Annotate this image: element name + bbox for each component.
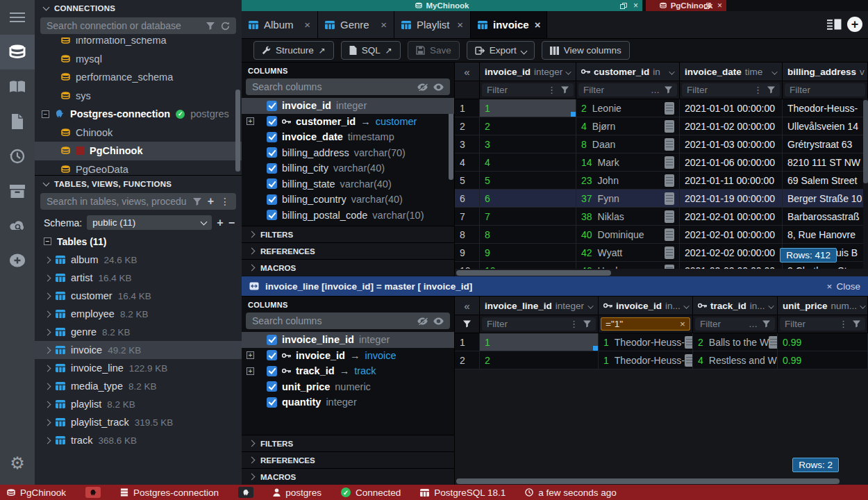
cell-customer-id[interactable]: 37Fynn	[576, 190, 680, 207]
table-item-media_type[interactable]: media_type8.2 KB	[35, 377, 242, 395]
invoice-line-column-invoice_id[interactable]: +invoice_id→invoice	[242, 348, 454, 364]
filter-icon[interactable]	[193, 198, 201, 206]
eye-off-icon[interactable]	[417, 317, 428, 325]
filter-input-invoice_date[interactable]: Filter⋮	[682, 83, 780, 97]
cell-invoice-id[interactable]: 7	[480, 208, 576, 225]
kebab-menu-icon[interactable]: ⋮	[839, 319, 848, 329]
chevron-right-icon[interactable]	[44, 401, 51, 408]
filter-input-invoice_line_id[interactable]: Filter⋮	[482, 317, 596, 331]
chevron-right-icon[interactable]	[44, 328, 51, 335]
expand-icon[interactable]: +	[247, 367, 254, 375]
connection-item-PgChinook[interactable]: PgChinook	[35, 142, 242, 160]
cell-invoice-line-id[interactable]: 2	[480, 351, 599, 369]
document-cell-icon[interactable]	[665, 247, 674, 259]
tab-list-panel-icon[interactable]	[827, 19, 842, 30]
checkbox-checked-icon[interactable]	[267, 210, 277, 220]
window-icon[interactable]	[620, 3, 627, 9]
rail-item-archive[interactable]	[0, 174, 35, 208]
collapse-columns-button[interactable]: «	[455, 297, 480, 315]
rail-item-add[interactable]	[0, 243, 35, 278]
chevron-down-icon[interactable]	[566, 69, 571, 74]
close-icon[interactable]: ×	[717, 1, 722, 10]
tab-album[interactable]: Album ×	[242, 11, 318, 38]
cell-invoice-date[interactable]: 2021-02-01 00:00:00	[680, 208, 783, 225]
cell-invoice-id[interactable]: 6	[480, 190, 576, 207]
chevron-right-icon[interactable]	[44, 274, 51, 281]
view-columns-button[interactable]: View columns	[542, 41, 630, 60]
document-cell-icon[interactable]	[665, 156, 674, 169]
tables-search[interactable]: Search in tables, views, procedures + ⋮	[40, 193, 236, 210]
chevron-right-icon[interactable]	[44, 310, 51, 317]
tab-group-pgchinook[interactable]: PgChinook ×	[646, 0, 726, 11]
table-item-invoice[interactable]: invoice49.2 KB	[35, 341, 242, 359]
invoice-column-invoice_id[interactable]: invoice_idinteger	[242, 98, 454, 114]
table-row[interactable]: 5523John2021-01-11 00:00:0069 Salem Stre…	[455, 172, 868, 190]
cell-billing-address[interactable]: 8, Rue Hanovre	[783, 226, 868, 243]
section-references[interactable]: REFERENCES	[242, 242, 454, 259]
filter-input-unit_price[interactable]: Filter⋮	[780, 317, 865, 331]
window-icon[interactable]	[704, 3, 711, 9]
document-cell-icon[interactable]	[665, 192, 674, 205]
close-icon[interactable]: ×	[457, 19, 463, 31]
fk-target-link[interactable]: track	[354, 365, 376, 376]
section-macros[interactable]: MACROS	[242, 259, 454, 276]
rail-item-file[interactable]	[0, 104, 35, 139]
cell-invoice-id[interactable]: 5	[480, 172, 576, 189]
document-cell-icon[interactable]	[665, 210, 674, 223]
cell-customer-id[interactable]: 2Leonie	[576, 99, 680, 117]
table-item-invoice_line[interactable]: invoice_line122.9 KB	[35, 359, 242, 377]
ellipsis-menu-icon[interactable]: …	[749, 319, 758, 329]
document-cell-icon[interactable]	[685, 354, 693, 367]
kebab-menu-icon[interactable]: ⋮	[547, 85, 556, 95]
rail-item-database[interactable]	[0, 35, 35, 69]
close-icon[interactable]: ×	[633, 1, 638, 10]
document-cell-icon[interactable]	[665, 174, 674, 187]
add-icon[interactable]: +	[208, 196, 214, 207]
filter-input-invoice_id[interactable]: Filter⋮	[482, 83, 574, 97]
kebab-menu-icon[interactable]: ⋮	[220, 196, 230, 207]
cell-invoice-id[interactable]: 3	[480, 135, 576, 153]
invoice-line-column-invoice_line_id[interactable]: invoice_line_idinteger	[242, 332, 454, 348]
invoice-column-billing_country[interactable]: billing_countryvarchar(40)	[242, 192, 454, 208]
connection-item-Chinook[interactable]: Chinook	[35, 124, 242, 142]
invoice-line-column-track_id[interactable]: +track_id→track	[242, 363, 454, 379]
table-row[interactable]: 221Theodor-Heuss-4Restless and W0.99	[455, 351, 868, 369]
checkbox-checked-icon[interactable]	[267, 366, 277, 376]
section-filters[interactable]: FILTERS	[242, 435, 454, 451]
cell-unit-price[interactable]: 0.99	[778, 351, 868, 369]
sql-button[interactable]: SQL ↗	[341, 41, 401, 60]
table-row[interactable]: 338Daan2021-01-03 00:00:00Grétrystraat 6…	[455, 135, 868, 153]
tab-genre[interactable]: Genre ×	[318, 11, 394, 38]
structure-button[interactable]: Structure ↗	[253, 41, 334, 60]
cell-customer-id[interactable]: 42Wyatt	[576, 244, 680, 261]
checkbox-checked-icon[interactable]	[267, 194, 277, 205]
column-header-invoice_id[interactable]: invoice_idin...	[599, 297, 693, 315]
cell-billing-address[interactable]: Barbarossastraß	[783, 208, 868, 225]
checkbox-checked-icon[interactable]	[267, 101, 277, 111]
invoice-column-billing_city[interactable]: billing_cityvarchar(40)	[242, 160, 454, 176]
filter-icon[interactable]	[206, 22, 215, 30]
column-header-invoice_id[interactable]: invoice_idinteger	[480, 62, 576, 81]
table-item-artist[interactable]: artist16.4 KB	[35, 269, 242, 287]
rail-item-cloud-search[interactable]	[0, 208, 35, 243]
tab-invoice[interactable]: invoice ×	[471, 11, 547, 38]
tables-header[interactable]: TABLES, VIEWS, FUNCTIONS	[35, 175, 242, 192]
document-cell-icon[interactable]	[685, 336, 693, 349]
checkbox-checked-icon[interactable]	[267, 397, 277, 408]
eye-icon[interactable]	[433, 317, 444, 325]
filter-input-billing_address[interactable]: Filter	[785, 83, 865, 97]
horizontal-scrollbar[interactable]	[455, 269, 868, 276]
rail-item-history[interactable]	[0, 139, 35, 174]
cell-invoice-id[interactable]: 1Theodor-Heuss-	[599, 351, 693, 369]
cell-track-id[interactable]: 4Restless and W	[693, 351, 778, 369]
kebab-menu-icon[interactable]: ⋮	[753, 85, 762, 95]
collapse-columns-button[interactable]: «	[455, 62, 480, 81]
table-row[interactable]: 111Theodor-Heuss-2Balls to the W0.99	[455, 333, 868, 351]
cell-billing-address[interactable]: Theodor-Heuss-	[783, 99, 868, 117]
expand-icon[interactable]: +	[247, 117, 254, 125]
cell-invoice-date[interactable]: 2021-01-11 00:00:00	[680, 172, 783, 189]
table-row[interactable]: 224Bjørn2021-01-02 00:00:00Ullevålsveien…	[455, 117, 868, 135]
ellipsis-menu-icon[interactable]: …	[651, 85, 660, 95]
cell-invoice-date[interactable]: 2021-02-01 00:00:00	[680, 226, 783, 243]
refresh-icon[interactable]	[221, 22, 230, 31]
